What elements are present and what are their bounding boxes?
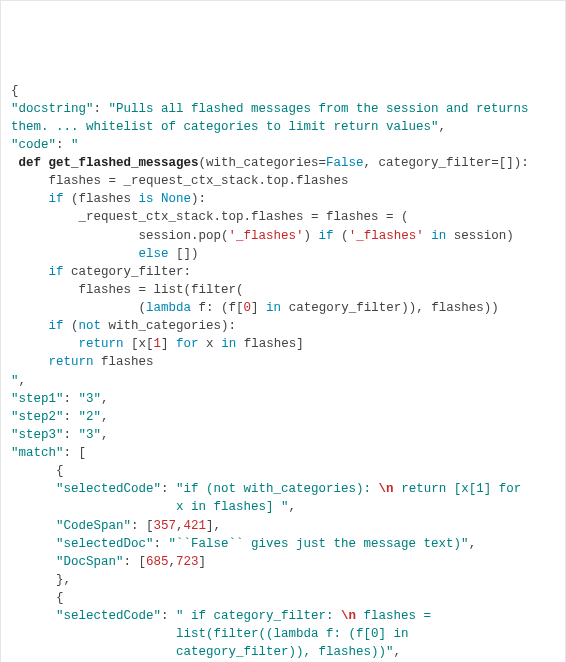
py-l3b: ): [191, 192, 206, 206]
py-if: if [19, 192, 72, 206]
py-l11-1: 1 [154, 337, 162, 351]
py-l5b: ) [304, 229, 319, 243]
m2-open: { [56, 591, 64, 605]
key-code: "code" [11, 138, 56, 152]
m1-docspan-key: "DocSpan" [56, 555, 124, 569]
m1-selecteddoc-key: "selectedDoc" [56, 537, 154, 551]
m1-ds-b: 723 [176, 555, 199, 569]
m1-sc-a: "if (not with_categories): [176, 482, 379, 496]
val-step3: "3" [79, 428, 102, 442]
py-l5d: session) [454, 229, 514, 243]
m-comma: , [64, 573, 72, 587]
py-sig-a: (with_categories= [199, 156, 327, 170]
py-none: None [161, 192, 191, 206]
val-step1: "3" [79, 392, 102, 406]
val-docstring-b: them. ... whitelist of categories to lim… [11, 120, 439, 134]
py-l5-in: in [424, 229, 454, 243]
py-l6b: []) [176, 247, 199, 261]
val-docstring-a: "Pulls all flashed messages from the ses… [109, 102, 529, 116]
key-step2: "step2" [11, 410, 64, 424]
py-l2: flashes = _request_ctx_stack.top.flashes [19, 174, 349, 188]
m1-open: { [56, 464, 64, 478]
py-l11-in: in [221, 337, 244, 351]
key-step3: "step3" [11, 428, 64, 442]
m1-selectedcode-key: "selectedCode" [56, 482, 161, 496]
code-open-quote: " [71, 138, 79, 152]
m2-sc-b: flashes = [356, 609, 431, 623]
m1-close: } [56, 573, 64, 587]
key-step1: "step1" [11, 392, 64, 406]
py-l11b: ] [161, 337, 176, 351]
py-if2: if [19, 265, 72, 279]
py-l9-in: in [266, 301, 289, 315]
m2-selectedcode-key: "selectedCode" [56, 609, 161, 623]
py-l10b: with_categories): [109, 319, 237, 333]
py-fn-name: get_flashed_messages [49, 156, 199, 170]
py-l9c: ] [251, 301, 266, 315]
key-match: "match" [11, 446, 64, 460]
m2-sc-d: category_filter)), flashes))" [176, 645, 394, 659]
py-l11c: x [206, 337, 221, 351]
py-for: for [176, 337, 206, 351]
py-l8: flashes = list(filter( [19, 283, 244, 297]
py-l7: category_filter: [71, 265, 191, 279]
py-l10a: ( [71, 319, 79, 333]
py-l11a: [x[ [131, 337, 154, 351]
m1-ds-a: 685 [146, 555, 169, 569]
py-l9b: f: (f[ [199, 301, 244, 315]
m1-sc-b: return [x[1] for [394, 482, 522, 496]
py-lambda: lambda [146, 301, 199, 315]
py-l5c: ( [341, 229, 349, 243]
py-ret1: return [19, 337, 132, 351]
py-l5-str2: '_flashes' [349, 229, 424, 243]
py-l5-if: if [319, 229, 342, 243]
py-l9d: category_filter)), flashes)) [289, 301, 499, 315]
m1-codespan-key: "CodeSpan" [56, 519, 131, 533]
m1-sc-c: x in flashes] " [176, 500, 289, 514]
m1-sd: "``False`` gives just the message text)" [169, 537, 469, 551]
json-block: { "docstring": "Pulls all flashed messag… [11, 82, 555, 663]
py-is: is [139, 192, 162, 206]
code-close-quote: " [11, 374, 19, 388]
m2-sc-esc: \n [341, 609, 356, 623]
py-else: else [19, 247, 177, 261]
py-l5-str1: '_flashes' [229, 229, 304, 243]
py-if3: if [19, 319, 72, 333]
py-false: False [326, 156, 364, 170]
m2-sc-c: list(filter((lambda f: (f[0] in [176, 627, 409, 641]
m1-cs-b: 421 [184, 519, 207, 533]
m1-sc-esc: \n [379, 482, 394, 496]
m1-cs-a: 357 [154, 519, 177, 533]
py-l12a: flashes [101, 355, 154, 369]
key-docstring: "docstring" [11, 102, 94, 116]
py-not: not [79, 319, 109, 333]
m2-sc-a: " if category_filter: [176, 609, 341, 623]
val-step2: "2" [79, 410, 102, 424]
py-l9a: ( [19, 301, 147, 315]
py-ret2: return [19, 355, 102, 369]
brace-open: { [11, 84, 19, 98]
py-def: def [19, 156, 49, 170]
py-l11d: flashes] [244, 337, 304, 351]
match-bracket-open: [ [79, 446, 87, 460]
py-l5a: session.pop( [19, 229, 229, 243]
py-l9-0: 0 [244, 301, 252, 315]
py-l3a: (flashes [71, 192, 139, 206]
py-l4: _request_ctx_stack.top.flashes = flashes… [19, 210, 409, 224]
py-sig-b: , category_filter=[]): [364, 156, 529, 170]
